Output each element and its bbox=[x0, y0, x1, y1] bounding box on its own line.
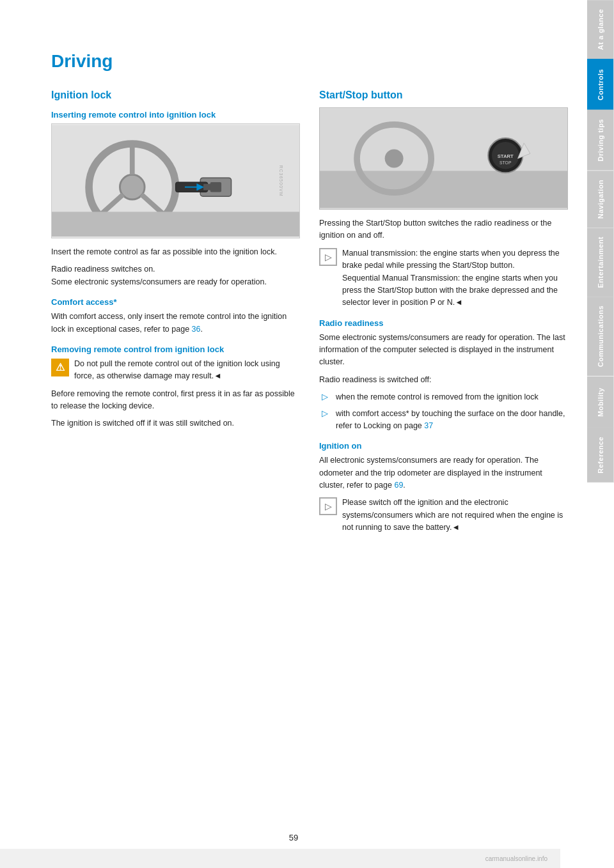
image-watermark: RC36500VM bbox=[279, 165, 283, 196]
transmission-note-box: ▷ Manual transmission: the engine starts… bbox=[319, 247, 568, 309]
ignition-lock-title: Ignition lock bbox=[51, 89, 300, 101]
inserting-subtitle: Inserting remote control into ignition l… bbox=[51, 110, 300, 120]
ignition-on-title: Ignition on bbox=[319, 441, 568, 451]
bullet-arrow-1: ▷ bbox=[322, 392, 331, 401]
bullet-text-2: with comfort access* by touching the sur… bbox=[336, 408, 568, 433]
sidebar-tab-communications[interactable]: Communications bbox=[587, 297, 614, 376]
ignition-note-text: Please switch off the ignition and the e… bbox=[342, 497, 568, 534]
sidebar-tab-at-a-glance[interactable]: At a glance bbox=[587, 0, 614, 59]
sidebar-tab-reference[interactable]: Reference bbox=[587, 428, 614, 483]
start-stop-intro: Pressing the Start/Stop button switches … bbox=[319, 217, 568, 242]
radio-readiness-para: Some electronic systems/consumers are re… bbox=[319, 332, 568, 369]
right-column: Start/Stop button START STOP bbox=[319, 89, 568, 539]
removing-subtitle: Removing remote control from ignition lo… bbox=[51, 345, 300, 354]
bottom-bar: carmanualsonline.info bbox=[0, 849, 560, 868]
left-column: Ignition lock Inserting remote control i… bbox=[51, 89, 300, 539]
radio-readiness-title: Radio readiness bbox=[319, 318, 568, 328]
sidebar-tab-navigation[interactable]: Navigation bbox=[587, 171, 614, 228]
note-icon-2: ▷ bbox=[319, 497, 337, 515]
bullet-2: ▷ with comfort access* by touching the s… bbox=[319, 408, 568, 433]
sidebar-tab-mobility[interactable]: Mobility bbox=[587, 376, 614, 428]
svg-text:START: START bbox=[498, 153, 514, 159]
sidebar-tab-entertainment[interactable]: Entertainment bbox=[587, 228, 614, 297]
comfort-access-subtitle: Comfort access* bbox=[51, 297, 300, 307]
switched-off-label: Radio readiness is switched off: bbox=[319, 374, 568, 386]
svg-text:STOP: STOP bbox=[500, 160, 512, 165]
svg-rect-6 bbox=[52, 212, 299, 236]
insert-para-2: Radio readiness switches on.Some electro… bbox=[51, 263, 300, 288]
page-container: Driving Ignition lock Inserting remote c… bbox=[0, 0, 614, 868]
right-sidebar: At a glance Controls Driving tips Naviga… bbox=[587, 0, 614, 868]
ignition-lock-image: RC36500VM bbox=[51, 123, 300, 238]
svg-point-15 bbox=[385, 149, 404, 167]
svg-rect-10 bbox=[203, 184, 211, 190]
insert-para-1: Insert the remote control as far as poss… bbox=[51, 246, 300, 258]
comfort-page-link[interactable]: 36 bbox=[192, 325, 201, 334]
odometer-page-link[interactable]: 69 bbox=[394, 481, 403, 490]
ignition-note-box: ▷ Please switch off the ignition and the… bbox=[319, 497, 568, 534]
page-title: Driving bbox=[51, 51, 568, 72]
svg-rect-13 bbox=[320, 171, 567, 208]
page-number: 59 bbox=[289, 833, 298, 842]
two-column-layout: Ignition lock Inserting remote control i… bbox=[51, 89, 568, 539]
ignition-on-para: All electronic systems/consumers are rea… bbox=[319, 454, 568, 492]
comfort-access-para: With comfort access, only insert the rem… bbox=[51, 311, 300, 336]
note-icon-1: ▷ bbox=[319, 248, 337, 266]
bullet-1: ▷ when the remote control is removed fro… bbox=[319, 391, 568, 403]
warning-box: ⚠ Do not pull the remote control out of … bbox=[51, 358, 300, 383]
svg-rect-8 bbox=[210, 182, 221, 192]
bullet-text-1: when the remote control is removed from … bbox=[336, 391, 539, 403]
start-stop-image: START STOP bbox=[319, 107, 568, 210]
transmission-note-text: Manual transmission: the engine starts w… bbox=[342, 247, 568, 309]
locking-page-link[interactable]: 37 bbox=[424, 421, 433, 430]
warning-text: Do not pull the remote control out of th… bbox=[74, 358, 300, 383]
bottom-logo: carmanualsonline.info bbox=[485, 855, 547, 862]
bullet-arrow-2: ▷ bbox=[322, 408, 331, 418]
warning-icon: ⚠ bbox=[51, 359, 69, 376]
main-content: Driving Ignition lock Inserting remote c… bbox=[0, 0, 587, 868]
sidebar-tab-controls[interactable]: Controls bbox=[587, 59, 614, 110]
removing-para-2: The ignition is switched off if it was s… bbox=[51, 417, 300, 430]
removing-para-1: Before removing the remote control, firs… bbox=[51, 388, 300, 413]
sidebar-tab-driving-tips[interactable]: Driving tips bbox=[587, 110, 614, 171]
start-stop-title: Start/Stop button bbox=[319, 89, 568, 101]
